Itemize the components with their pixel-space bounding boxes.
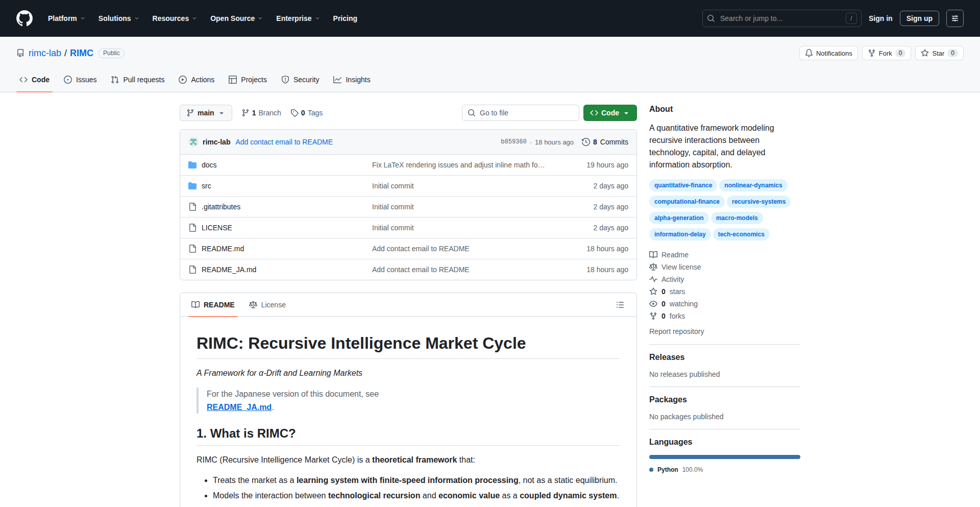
topic-tag[interactable]: macro-models [711, 212, 763, 224]
nav-label: Resources [153, 14, 189, 22]
branch-count-label: Branch [258, 109, 281, 117]
forks-label: forks [670, 312, 685, 320]
sign-in-link[interactable]: Sign in [869, 14, 893, 22]
go-to-file-box[interactable] [462, 105, 579, 121]
topic-tag[interactable]: nonlinear-dynamics [719, 179, 787, 191]
tags-link[interactable]: 0 Tags [290, 109, 323, 117]
tab-label: Issues [76, 76, 96, 84]
commit-history-link[interactable]: 8 Commits [582, 138, 628, 146]
repo-owner-link[interactable]: rimc-lab [29, 48, 61, 59]
report-repository-link[interactable]: Report repository [649, 327, 704, 335]
star-button[interactable]: Star 0 [915, 46, 964, 60]
nav-item-solutions[interactable]: Solutions [93, 10, 144, 27]
branches-link[interactable]: 1 Branch [241, 109, 281, 117]
table-row: docs Fix LaTeX rendering issues and adju… [180, 154, 636, 175]
notifications-button[interactable]: Notifications [799, 46, 858, 60]
watching-meta-link[interactable]: 0watching [649, 298, 800, 310]
blockquote-line2[interactable]: README_JA.md. [207, 403, 274, 412]
outline-button[interactable] [612, 297, 628, 313]
readme-meta-link[interactable]: Readme [649, 249, 800, 261]
topic-tag[interactable]: alpha-generation [649, 212, 709, 224]
code-download-button[interactable]: Code [583, 105, 637, 121]
file-name-link[interactable]: .gitattributes [202, 203, 240, 211]
watching-label: watching [670, 300, 698, 308]
forks-meta-link[interactable]: 0forks [649, 310, 800, 322]
header-search-box[interactable]: / [702, 10, 862, 27]
tab-insights[interactable]: Insights [326, 67, 377, 92]
readme-bullet-list: Treats the market as a learning system w… [197, 474, 620, 507]
topic-tag[interactable]: recursive-systems [727, 196, 791, 208]
file-commit-message-link[interactable]: Fix LaTeX rendering issues and adjust in… [372, 161, 547, 169]
fork-icon [649, 312, 657, 320]
branch-icon [186, 109, 194, 117]
latest-commit-row: rimc-lab Add contact email to README b85… [180, 130, 636, 154]
nav-item-resources[interactable]: Resources [148, 10, 203, 27]
file-name-link[interactable]: README_JA.md [202, 265, 256, 274]
language-color-dot [649, 468, 653, 472]
tag-icon [290, 109, 299, 117]
tab-actions[interactable]: Actions [172, 67, 222, 92]
license-meta-link[interactable]: View license [649, 261, 800, 273]
file-commit-message-link[interactable]: Initial commit [372, 182, 547, 190]
sign-up-button[interactable]: Sign up [900, 11, 939, 26]
go-to-file-input[interactable] [479, 108, 574, 117]
nav-item-enterprise[interactable]: Enterprise [271, 10, 325, 27]
visibility-badge: Public [99, 49, 125, 58]
topic-tag[interactable]: quantitative-finance [649, 179, 717, 191]
file-commit-message-link[interactable]: Initial commit [372, 203, 547, 211]
nav-item-platform[interactable]: Platform [43, 10, 90, 27]
code-icon [590, 109, 598, 117]
language-bar[interactable] [649, 455, 800, 459]
chevron-down-icon [192, 16, 197, 21]
file-commit-time: 2 days ago [547, 182, 628, 190]
file-commit-message-link[interactable]: Add contact email to README [372, 265, 547, 274]
tag-count-label: Tags [308, 109, 323, 117]
file-commit-message-link[interactable]: Add contact email to README [372, 245, 547, 253]
tab-license[interactable]: License [242, 293, 293, 317]
bell-icon [805, 49, 813, 57]
commit-meta: b859360 · 18 hours ago 8 Commits [501, 138, 628, 146]
activity-meta-link[interactable]: Activity [649, 273, 800, 285]
tab-pull-requests[interactable]: Pull requests [104, 67, 172, 92]
file-name-link[interactable]: src [202, 182, 211, 190]
topic-tag[interactable]: computational-finance [649, 196, 725, 208]
github-logo[interactable] [16, 10, 33, 27]
topic-list: quantitative-finance nonlinear-dynamics … [649, 179, 800, 240]
topic-tag[interactable]: information-delay [649, 228, 711, 240]
repo-title-row: rimc-lab / RIMC Public Notifications For… [0, 45, 980, 61]
tab-projects[interactable]: Projects [222, 67, 274, 92]
branch-selector[interactable]: main [180, 105, 232, 121]
tab-security[interactable]: Security [274, 67, 327, 92]
stars-meta-link[interactable]: 0stars [649, 285, 800, 298]
tab-label: Pull requests [123, 76, 164, 84]
about-section: About A quantitative framework modeling … [649, 105, 800, 344]
repo-name-link[interactable]: RIMC [70, 48, 93, 59]
nav-item-open-source[interactable]: Open Source [205, 10, 268, 27]
file-commit-message-link[interactable]: Initial commit [372, 224, 547, 232]
topic-tag[interactable]: tech-economics [713, 228, 770, 240]
tab-readme[interactable]: README [184, 293, 242, 317]
file-name-link[interactable]: README.md [202, 245, 244, 253]
header-search-input[interactable] [719, 14, 842, 23]
primary-nav: Platform Solutions Resources Open Source… [43, 10, 362, 27]
tab-issues[interactable]: Issues [57, 67, 104, 92]
nav-item-pricing[interactable]: Pricing [328, 10, 362, 27]
tab-code[interactable]: Code [12, 67, 57, 92]
readme-subtitle-text: A Framework for α-Drift and Learning Mar… [197, 369, 362, 377]
forks-count: 0 [662, 312, 666, 320]
language-name: Python [657, 466, 678, 473]
avatar[interactable] [188, 137, 199, 147]
branch-icon [241, 109, 250, 117]
current-branch-label: main [198, 109, 214, 117]
appearance-settings-button[interactable] [946, 10, 964, 27]
commit-message-link[interactable]: Add contact email to README [235, 138, 333, 146]
commit-author-link[interactable]: rimc-lab [203, 138, 230, 146]
commit-hash-link[interactable]: b859360 [501, 138, 526, 146]
fork-button[interactable]: Fork 0 [862, 46, 912, 60]
language-item[interactable]: Python 100.0% [649, 466, 800, 473]
readme-subtitle: A Framework for α-Drift and Learning Mar… [197, 367, 620, 379]
file-name-link[interactable]: docs [202, 161, 217, 169]
file-name-link[interactable]: LICENSE [202, 224, 232, 232]
readme-blockquote: For the Japanese version of this documen… [197, 388, 620, 414]
about-description: A quantitative framework modeling recurs… [649, 122, 800, 171]
